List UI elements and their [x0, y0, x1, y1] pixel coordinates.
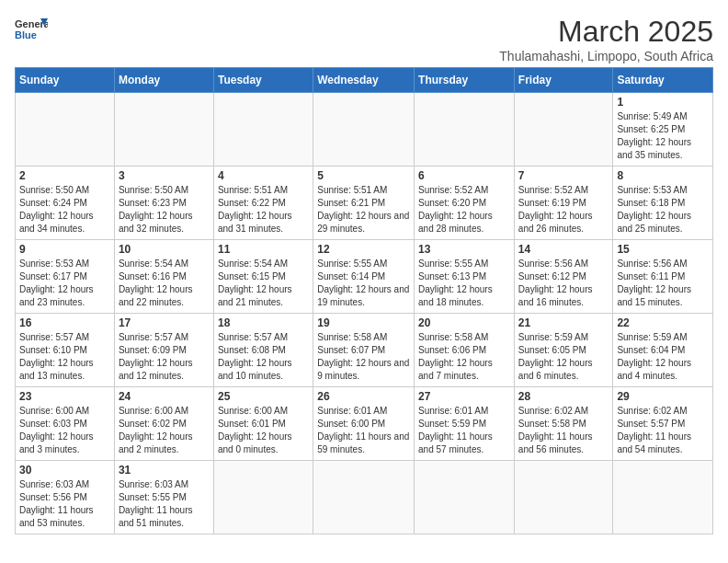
day-info: Sunrise: 6:02 AM Sunset: 5:58 PM Dayligh… — [518, 405, 609, 456]
calendar-header-row: SundayMondayTuesdayWednesdayThursdayFrid… — [16, 68, 713, 93]
calendar-cell — [415, 93, 515, 167]
calendar-cell: 2Sunrise: 5:50 AM Sunset: 6:24 PM Daylig… — [16, 167, 115, 240]
calendar-cell: 29Sunrise: 6:02 AM Sunset: 5:57 PM Dayli… — [613, 387, 713, 461]
calendar-cell: 23Sunrise: 6:00 AM Sunset: 6:03 PM Dayli… — [16, 387, 115, 461]
day-info: Sunrise: 6:01 AM Sunset: 6:00 PM Dayligh… — [317, 405, 410, 456]
calendar-header-friday: Friday — [514, 68, 613, 93]
calendar-cell: 16Sunrise: 5:57 AM Sunset: 6:10 PM Dayli… — [16, 314, 115, 387]
day-info: Sunrise: 5:52 AM Sunset: 6:20 PM Dayligh… — [418, 184, 510, 236]
calendar-table: SundayMondayTuesdayWednesdayThursdayFrid… — [15, 67, 713, 534]
day-number: 30 — [19, 464, 110, 477]
day-number: 27 — [418, 390, 510, 403]
calendar-cell: 19Sunrise: 5:58 AM Sunset: 6:07 PM Dayli… — [313, 314, 415, 387]
day-number: 19 — [317, 316, 410, 329]
day-number: 31 — [119, 464, 210, 477]
page-header: General Blue March 2025 Thulamahashi, Li… — [15, 15, 713, 63]
day-number: 1 — [617, 96, 709, 109]
svg-text:Blue: Blue — [15, 29, 37, 40]
day-number: 2 — [19, 169, 110, 182]
day-number: 6 — [418, 169, 510, 182]
day-info: Sunrise: 5:54 AM Sunset: 6:15 PM Dayligh… — [218, 258, 309, 309]
day-info: Sunrise: 5:49 AM Sunset: 6:25 PM Dayligh… — [617, 110, 709, 162]
day-number: 24 — [119, 390, 210, 403]
day-number: 23 — [19, 390, 110, 403]
calendar-header-tuesday: Tuesday — [213, 68, 313, 93]
day-number: 5 — [317, 169, 410, 182]
day-info: Sunrise: 5:53 AM Sunset: 6:17 PM Dayligh… — [19, 258, 110, 309]
calendar-cell — [415, 461, 515, 534]
day-number: 13 — [418, 243, 510, 256]
day-info: Sunrise: 5:59 AM Sunset: 6:05 PM Dayligh… — [518, 331, 609, 383]
calendar-week-row: 16Sunrise: 5:57 AM Sunset: 6:10 PM Dayli… — [16, 314, 713, 387]
calendar-cell: 9Sunrise: 5:53 AM Sunset: 6:17 PM Daylig… — [16, 240, 115, 314]
calendar-cell: 31Sunrise: 6:03 AM Sunset: 5:55 PM Dayli… — [114, 461, 213, 534]
calendar-header-sunday: Sunday — [16, 68, 115, 93]
day-info: Sunrise: 5:51 AM Sunset: 6:21 PM Dayligh… — [317, 184, 410, 236]
day-number: 25 — [218, 390, 309, 403]
calendar-cell — [114, 93, 213, 167]
title-area: March 2025 Thulamahashi, Limpopo, South … — [499, 15, 713, 63]
calendar-cell — [514, 93, 613, 167]
day-info: Sunrise: 5:51 AM Sunset: 6:22 PM Dayligh… — [218, 184, 309, 236]
calendar-cell: 8Sunrise: 5:53 AM Sunset: 6:18 PM Daylig… — [613, 167, 713, 240]
day-info: Sunrise: 5:55 AM Sunset: 6:13 PM Dayligh… — [418, 258, 510, 309]
calendar-cell: 3Sunrise: 5:50 AM Sunset: 6:23 PM Daylig… — [114, 167, 213, 240]
day-info: Sunrise: 6:01 AM Sunset: 5:59 PM Dayligh… — [418, 405, 510, 456]
calendar-cell — [613, 461, 713, 534]
calendar-cell — [16, 93, 115, 167]
day-number: 26 — [317, 390, 410, 403]
day-info: Sunrise: 6:02 AM Sunset: 5:57 PM Dayligh… — [617, 405, 709, 456]
day-info: Sunrise: 5:50 AM Sunset: 6:24 PM Dayligh… — [19, 184, 110, 236]
day-number: 17 — [119, 316, 210, 329]
calendar-cell: 17Sunrise: 5:57 AM Sunset: 6:09 PM Dayli… — [114, 314, 213, 387]
calendar-cell — [213, 93, 313, 167]
calendar-cell: 21Sunrise: 5:59 AM Sunset: 6:05 PM Dayli… — [514, 314, 613, 387]
day-info: Sunrise: 6:00 AM Sunset: 6:03 PM Dayligh… — [19, 405, 110, 456]
calendar-cell: 30Sunrise: 6:03 AM Sunset: 5:56 PM Dayli… — [16, 461, 115, 534]
day-number: 11 — [218, 243, 309, 256]
calendar-cell: 11Sunrise: 5:54 AM Sunset: 6:15 PM Dayli… — [213, 240, 313, 314]
day-info: Sunrise: 5:58 AM Sunset: 6:06 PM Dayligh… — [418, 331, 510, 383]
day-number: 3 — [119, 169, 210, 182]
day-number: 7 — [518, 169, 609, 182]
day-info: Sunrise: 6:00 AM Sunset: 6:02 PM Dayligh… — [119, 405, 210, 456]
calendar-cell: 1Sunrise: 5:49 AM Sunset: 6:25 PM Daylig… — [613, 93, 713, 167]
day-info: Sunrise: 5:56 AM Sunset: 6:12 PM Dayligh… — [518, 258, 609, 309]
logo-icon: General Blue — [15, 15, 48, 42]
calendar-cell: 15Sunrise: 5:56 AM Sunset: 6:11 PM Dayli… — [613, 240, 713, 314]
calendar-cell: 27Sunrise: 6:01 AM Sunset: 5:59 PM Dayli… — [415, 387, 515, 461]
calendar-cell: 14Sunrise: 5:56 AM Sunset: 6:12 PM Dayli… — [514, 240, 613, 314]
calendar-cell: 10Sunrise: 5:54 AM Sunset: 6:16 PM Dayli… — [114, 240, 213, 314]
day-info: Sunrise: 5:52 AM Sunset: 6:19 PM Dayligh… — [518, 184, 609, 236]
day-number: 15 — [617, 243, 709, 256]
day-info: Sunrise: 6:00 AM Sunset: 6:01 PM Dayligh… — [218, 405, 309, 456]
day-info: Sunrise: 5:54 AM Sunset: 6:16 PM Dayligh… — [119, 258, 210, 309]
calendar-week-row: 23Sunrise: 6:00 AM Sunset: 6:03 PM Dayli… — [16, 387, 713, 461]
calendar-cell: 24Sunrise: 6:00 AM Sunset: 6:02 PM Dayli… — [114, 387, 213, 461]
day-info: Sunrise: 6:03 AM Sunset: 5:55 PM Dayligh… — [119, 478, 210, 530]
day-number: 21 — [518, 316, 609, 329]
calendar-week-row: 1Sunrise: 5:49 AM Sunset: 6:25 PM Daylig… — [16, 93, 713, 167]
day-number: 10 — [119, 243, 210, 256]
calendar-week-row: 9Sunrise: 5:53 AM Sunset: 6:17 PM Daylig… — [16, 240, 713, 314]
calendar-header-wednesday: Wednesday — [313, 68, 415, 93]
day-info: Sunrise: 5:55 AM Sunset: 6:14 PM Dayligh… — [317, 258, 410, 309]
day-info: Sunrise: 5:58 AM Sunset: 6:07 PM Dayligh… — [317, 331, 410, 383]
day-number: 9 — [19, 243, 110, 256]
calendar-cell: 18Sunrise: 5:57 AM Sunset: 6:08 PM Dayli… — [213, 314, 313, 387]
day-info: Sunrise: 5:50 AM Sunset: 6:23 PM Dayligh… — [119, 184, 210, 236]
month-title: March 2025 — [499, 15, 713, 49]
day-info: Sunrise: 5:57 AM Sunset: 6:09 PM Dayligh… — [119, 331, 210, 383]
day-info: Sunrise: 6:03 AM Sunset: 5:56 PM Dayligh… — [19, 478, 110, 530]
day-number: 18 — [218, 316, 309, 329]
calendar-cell: 4Sunrise: 5:51 AM Sunset: 6:22 PM Daylig… — [213, 167, 313, 240]
calendar-cell — [313, 93, 415, 167]
day-number: 28 — [518, 390, 609, 403]
calendar-header-monday: Monday — [114, 68, 213, 93]
day-info: Sunrise: 5:53 AM Sunset: 6:18 PM Dayligh… — [617, 184, 709, 236]
calendar-cell — [313, 461, 415, 534]
calendar-week-row: 30Sunrise: 6:03 AM Sunset: 5:56 PM Dayli… — [16, 461, 713, 534]
day-info: Sunrise: 5:56 AM Sunset: 6:11 PM Dayligh… — [617, 258, 709, 309]
calendar-cell: 7Sunrise: 5:52 AM Sunset: 6:19 PM Daylig… — [514, 167, 613, 240]
day-number: 29 — [617, 390, 709, 403]
